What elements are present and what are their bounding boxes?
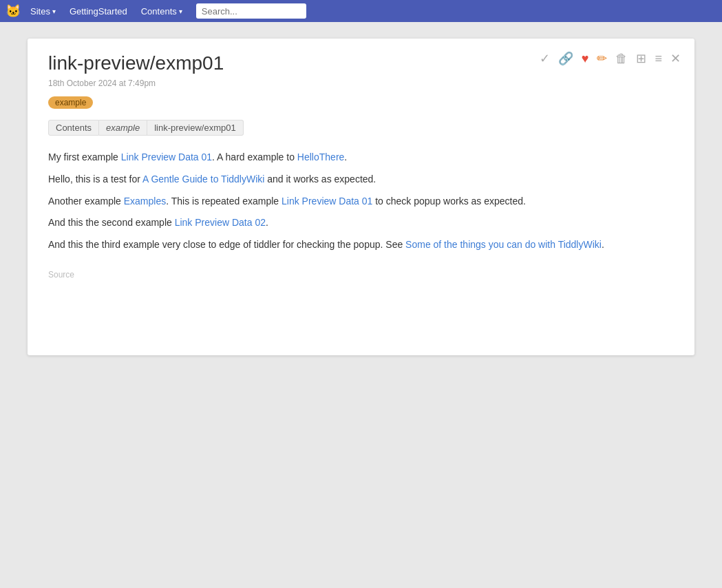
p2-text2: and it works as expected.	[264, 174, 376, 185]
p3-text1: Another example	[48, 196, 124, 207]
p1-text2: . A hard example to	[212, 151, 297, 162]
breadcrumb-example[interactable]: example	[99, 120, 147, 136]
link-link-preview-data-01-second[interactable]: Link Preview Data 01	[282, 196, 372, 207]
breadcrumb-current[interactable]: link-preview/exmp01	[147, 120, 244, 136]
p3-text3: to check popup works as expected.	[372, 196, 526, 207]
contents-menu[interactable]: Contents ▾	[136, 3, 188, 19]
p4-text2: .	[266, 217, 268, 228]
navbar: 🐱 Sites ▾ GettingStarted Contents ▾	[0, 0, 722, 22]
link-link-preview-data-01-first[interactable]: Link Preview Data 01	[121, 151, 212, 162]
search-input[interactable]	[196, 3, 306, 19]
favorite-icon[interactable]: ♥	[580, 51, 591, 66]
tiddler-card: ✓ 🔗 ♥ ✏ 🗑 ⊞ ≡ ✕ link-preview/exmp01 18th…	[28, 39, 694, 355]
paragraph-5: And this the third example very close to…	[48, 237, 674, 253]
p2-text1: Hello, this is a test for	[48, 174, 142, 185]
source-button[interactable]: Source	[48, 270, 674, 280]
info-icon[interactable]: ⊞	[635, 51, 648, 66]
sites-label: Sites	[30, 6, 50, 17]
logo-icon: 🐱	[6, 3, 21, 19]
tiddler-toolbar: ✓ 🔗 ♥ ✏ 🗑 ⊞ ≡ ✕	[538, 51, 682, 66]
getting-started-link[interactable]: GettingStarted	[64, 3, 133, 19]
link-link-preview-data-02[interactable]: Link Preview Data 02	[175, 217, 266, 228]
copy-link-icon[interactable]: 🔗	[557, 51, 575, 66]
paragraph-1: My first example Link Preview Data 01. A…	[48, 149, 674, 166]
paragraph-2: Hello, this is a test for A Gentle Guide…	[48, 171, 674, 188]
tiddler-body: My first example Link Preview Data 01. A…	[48, 149, 674, 253]
sites-chevron-icon: ▾	[52, 8, 56, 15]
p4-text1: And this the second example	[48, 217, 175, 228]
breadcrumb-contents[interactable]: Contents	[48, 120, 99, 136]
p3-text2: . This is repeated example	[166, 196, 282, 207]
link-examples[interactable]: Examples	[124, 196, 166, 207]
p1-text3: .	[344, 151, 347, 162]
paragraph-3: Another example Examples. This is repeat…	[48, 193, 674, 210]
fields-icon[interactable]: ≡	[653, 51, 663, 66]
p1-text1: My first example	[48, 151, 121, 162]
contents-chevron-icon: ▾	[179, 8, 182, 15]
tag-pill[interactable]: example	[48, 96, 93, 109]
breadcrumb: Contents example link-preview/exmp01	[48, 120, 674, 136]
more-down-icon[interactable]: ✓	[538, 51, 551, 66]
link-hello-there[interactable]: HelloThere	[297, 151, 344, 162]
tiddler-date: 18th October 2024 at 7:49pm	[48, 78, 674, 88]
sites-menu[interactable]: Sites ▾	[25, 3, 61, 19]
p5-text2: .	[602, 239, 604, 250]
main-area: ✓ 🔗 ♥ ✏ 🗑 ⊞ ≡ ✕ link-preview/exmp01 18th…	[0, 22, 722, 372]
p5-text1: And this the third example very close to…	[48, 239, 405, 250]
link-gentle-guide[interactable]: A Gentle Guide to TiddlyWiki	[142, 174, 264, 185]
edit-icon[interactable]: ✏	[595, 51, 608, 66]
contents-label: Contents	[141, 6, 177, 17]
paragraph-4: And this the second example Link Preview…	[48, 215, 674, 231]
link-things-you-can-do[interactable]: Some of the things you can do with Tiddl…	[405, 239, 602, 250]
delete-icon[interactable]: 🗑	[614, 51, 629, 66]
getting-started-label: GettingStarted	[70, 6, 127, 17]
close-icon[interactable]: ✕	[669, 51, 682, 66]
